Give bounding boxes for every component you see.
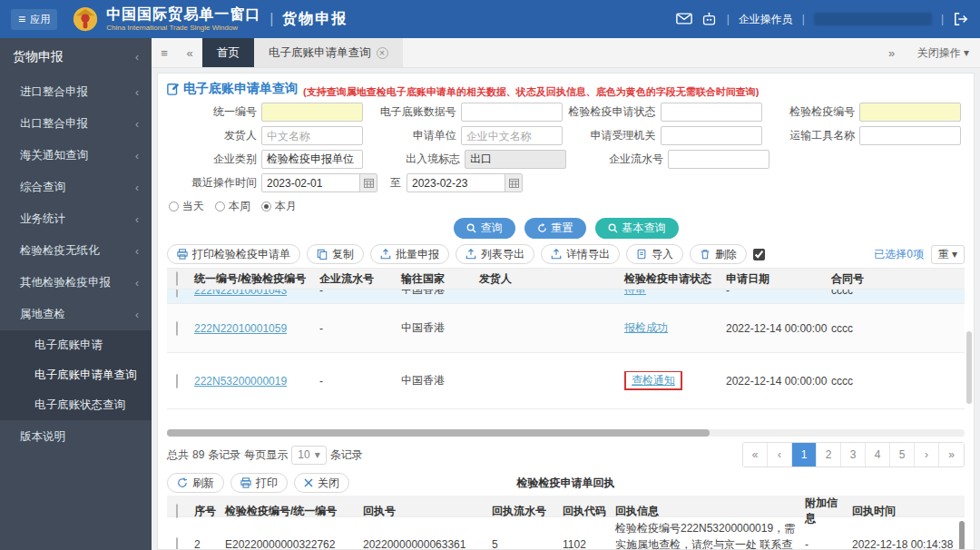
consignor-input[interactable]	[261, 126, 363, 145]
calendar-icon[interactable]	[505, 174, 522, 192]
sidebar-item-customs-notice-query[interactable]: 海关通知查询‹	[0, 140, 152, 172]
col-header[interactable]: 申请日期	[722, 271, 828, 287]
vertical-scrollbar[interactable]	[966, 331, 972, 404]
copy-button[interactable]: 复制	[307, 244, 364, 264]
close-tab-icon[interactable]: ×	[377, 47, 388, 59]
col-header[interactable]: 附加信息	[801, 496, 848, 526]
col-header[interactable]: 统一编号/检验检疫编号	[191, 271, 316, 287]
col-header[interactable]: 企业流水号	[316, 271, 397, 287]
scroll-tabs-left-icon[interactable]: «	[177, 38, 202, 67]
receipt-select-all-checkbox[interactable]	[176, 504, 178, 518]
tab-list-icon[interactable]: ≡	[152, 38, 177, 67]
row-checkbox[interactable]	[176, 537, 178, 549]
sidebar-item-other-ciq-declaration[interactable]: 其他检验检疫申报‹	[0, 267, 152, 299]
column-config-button[interactable]: 重 ▾	[931, 245, 965, 264]
row-checkbox[interactable]	[176, 374, 178, 388]
col-header[interactable]: 输往国家	[397, 271, 475, 287]
batch-declare-button[interactable]: 批量申报	[370, 244, 449, 264]
sidebar-item-business-statistics[interactable]: 业务统计‹	[0, 203, 152, 235]
list-export-button[interactable]: 列表导出	[456, 244, 534, 264]
unified-no-link[interactable]: 222N22010001043	[194, 290, 287, 297]
radio-this-month[interactable]: 本月	[261, 199, 297, 214]
submenu-item-eledger-apply[interactable]: 电子底账申请	[0, 330, 152, 360]
col-header[interactable]: 回执信息	[612, 504, 801, 519]
radio-icon	[215, 201, 225, 211]
basic-search-button[interactable]: 基本查询	[595, 218, 679, 239]
col-header[interactable]: 回执代码	[559, 504, 612, 519]
sidebar-item-version-notes[interactable]: 版本说明	[0, 420, 152, 454]
radio-this-week[interactable]: 本周	[215, 199, 250, 214]
vertical-scrollbar[interactable]	[959, 521, 965, 549]
page-prev-button[interactable]: ‹	[768, 443, 792, 467]
page-1-button[interactable]: 1	[792, 443, 817, 467]
page-3-button[interactable]: 3	[841, 443, 866, 467]
page-last-button[interactable]: »	[939, 443, 964, 467]
page-2-button[interactable]: 2	[817, 443, 841, 467]
table-row-partial[interactable]: 222N22010001043 - 中国香港 待审 - cccc	[167, 290, 965, 304]
scrollbar-thumb[interactable]	[167, 429, 710, 437]
page-5-button[interactable]: 5	[890, 443, 915, 467]
submenu-item-eledger-status-query[interactable]: 电子底账状态查询	[0, 390, 152, 420]
col-header[interactable]: 回执时间	[848, 504, 965, 519]
mail-icon[interactable]	[676, 12, 692, 26]
sidebar-item-import-declaration[interactable]: 进口整合申报‹	[0, 76, 152, 108]
accept-org-input[interactable]	[661, 126, 762, 145]
enterprise-serial-input[interactable]	[668, 150, 769, 169]
page-size-select[interactable]: 10 ▾	[291, 446, 326, 465]
col-header[interactable]: 检验检疫编号/统一编号	[221, 504, 359, 519]
page-first-button[interactable]: «	[743, 443, 768, 467]
import-button[interactable]: 导入	[626, 244, 683, 264]
row-checkbox[interactable]	[176, 290, 178, 298]
receipt-print-button[interactable]: 打印	[230, 473, 288, 493]
calendar-icon[interactable]	[359, 174, 377, 192]
unified-no-input[interactable]	[261, 103, 363, 122]
print-ciq-application-button[interactable]: 打印检验检疫申请单	[167, 244, 300, 264]
reset-button[interactable]: 重置	[524, 218, 586, 239]
toolbar-checkbox[interactable]	[753, 249, 765, 260]
user-role-label[interactable]: 企业操作员	[739, 12, 793, 27]
status-link[interactable]: 报检成功	[624, 321, 668, 334]
ciq-apply-status-input[interactable]	[661, 103, 762, 122]
robot-icon[interactable]	[701, 12, 718, 26]
eledger-data-no-input[interactable]	[461, 103, 563, 122]
table-row[interactable]: 222N22010001059 - 中国香港 报检成功 2022-12-14 0…	[167, 304, 965, 353]
table-row[interactable]: 222N53200000019 - 中国香港 查检通知 2022-12-14 0…	[167, 353, 965, 409]
col-header[interactable]: 发货人	[475, 271, 621, 287]
vehicle-name-input[interactable]	[859, 126, 961, 145]
tab-home[interactable]: 首页	[202, 38, 254, 67]
receipt-close-button[interactable]: 关闭	[294, 473, 349, 493]
horizontal-scrollbar[interactable]	[167, 429, 965, 437]
sidebar-item-export-declaration[interactable]: 出口整合申报‹	[0, 108, 152, 140]
sidebar-item-ciq-paperless[interactable]: 检验检疫无纸化‹	[0, 235, 152, 267]
sidebar-item-comprehensive-query[interactable]: 综合查询‹	[0, 172, 152, 203]
row-checkbox[interactable]	[176, 321, 178, 336]
col-header[interactable]: 序号	[191, 504, 221, 519]
apps-menu-button[interactable]: ≡ 应用	[11, 9, 57, 30]
status-link[interactable]: 待审	[624, 290, 646, 296]
detail-export-button[interactable]: 详情导出	[541, 244, 620, 264]
ciq-no-input[interactable]	[859, 103, 961, 122]
unified-no-link[interactable]: 222N22010001059	[194, 322, 287, 335]
close-operations-dropdown[interactable]: 关闭操作 ▾	[917, 45, 969, 61]
scroll-tabs-right-icon[interactable]: »	[879, 46, 905, 60]
sidebar-header-cargo-declaration[interactable]: 货物申报 ‹	[0, 38, 152, 76]
search-button[interactable]: 查询	[454, 218, 515, 239]
unified-no-link[interactable]: 222N53200000019	[194, 375, 287, 388]
radio-today[interactable]: 当天	[169, 199, 204, 214]
apply-unit-input[interactable]	[461, 126, 563, 145]
inspection-notice-link-highlighted[interactable]: 查检通知	[624, 371, 682, 390]
col-header[interactable]: 回执流水号	[488, 504, 559, 519]
enterprise-type-input[interactable]	[261, 150, 363, 169]
col-header[interactable]: 合同号	[828, 271, 965, 287]
tab-eledger-apply-query[interactable]: 电子底账申请单查询 ×	[254, 38, 403, 67]
delete-button[interactable]: 删除	[690, 244, 747, 264]
logout-icon[interactable]	[953, 12, 969, 26]
refresh-button[interactable]: 刷新	[167, 473, 224, 493]
page-next-button[interactable]: ›	[915, 443, 939, 467]
select-all-checkbox[interactable]	[176, 271, 178, 286]
page-4-button[interactable]: 4	[866, 443, 890, 467]
sidebar-item-local-inspection[interactable]: 属地查检‹	[0, 299, 152, 330]
col-header[interactable]: 检验检疫申请状态	[621, 271, 722, 287]
col-header[interactable]: 回执号	[359, 504, 488, 519]
submenu-item-eledger-apply-query[interactable]: 电子底账申请单查询	[0, 360, 152, 390]
